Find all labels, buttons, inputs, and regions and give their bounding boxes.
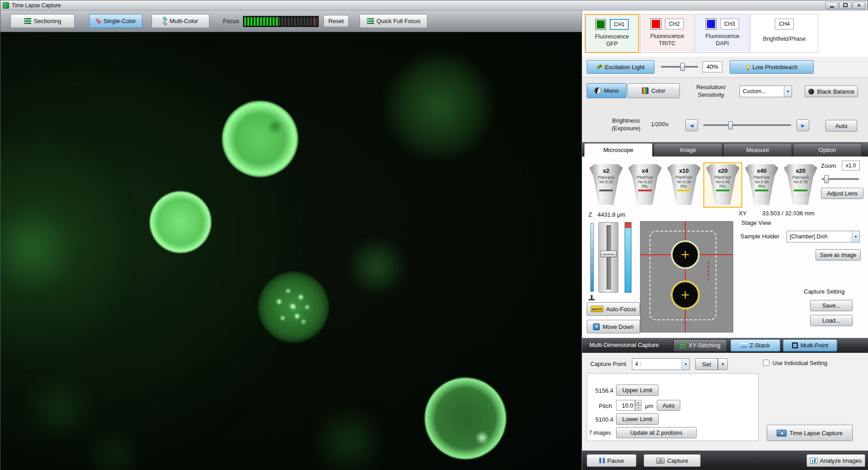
pause-button[interactable]: Pause bbox=[587, 454, 636, 467]
capture-setting-load-label: Load... bbox=[822, 317, 840, 324]
excitation-light-button[interactable]: Excitation Light bbox=[587, 60, 655, 74]
minimize-button[interactable] bbox=[825, 2, 838, 9]
ch2-type: Fluorescence bbox=[640, 33, 694, 39]
pitch-spinner[interactable]: ▲ ▼ bbox=[635, 400, 641, 411]
well-bottom[interactable] bbox=[671, 281, 699, 309]
close-button[interactable]: × bbox=[853, 2, 865, 9]
well-top[interactable] bbox=[671, 241, 699, 269]
capture-setting-save-button[interactable]: Save... bbox=[810, 300, 853, 311]
objective-na: NA 0.75 bbox=[784, 180, 817, 184]
objective-lens-icon: x4 PlanFluor NA 0.13 PhL bbox=[628, 164, 662, 205]
stage-view-map[interactable] bbox=[640, 221, 733, 332]
auto-focus-button[interactable]: AUTO Auto-Focus bbox=[587, 302, 640, 316]
channel-ch4[interactable]: CH4 Brightfield/Phase bbox=[750, 14, 818, 53]
upper-limit-button[interactable]: Upper Limit bbox=[616, 385, 659, 396]
color-label: Color bbox=[651, 87, 665, 94]
objective-x20-selected[interactable]: x20 PlanFluor NA 0.45 Ph1 bbox=[704, 163, 741, 207]
slider-track bbox=[661, 66, 698, 68]
objective-x4[interactable]: x4 PlanFluor NA 0.13 PhL bbox=[626, 163, 664, 207]
low-photobleach-button[interactable]: Low Photobleach bbox=[730, 60, 814, 74]
channel-ch3[interactable]: CH3 Fluorescence DAPI bbox=[695, 14, 749, 53]
color-button[interactable]: Color bbox=[627, 83, 680, 98]
fluorescent-cell-faint bbox=[310, 403, 387, 470]
ch1-color-swatch bbox=[595, 19, 606, 30]
multi-color-label: Multi-Color bbox=[170, 18, 198, 24]
analyze-images-label: Analyze Images bbox=[820, 457, 862, 464]
set-dropdown-button[interactable]: ▼ bbox=[718, 358, 728, 370]
xy-label: XY bbox=[739, 210, 746, 217]
lower-limit-button[interactable]: Lower Limit bbox=[616, 413, 659, 425]
multi-point-button[interactable]: Multi-Point bbox=[783, 339, 837, 351]
move-down-button[interactable]: ▼ Move Down bbox=[587, 320, 640, 333]
capture-setting-load-button[interactable]: Load... bbox=[810, 315, 853, 326]
tab-measure[interactable]: Measure bbox=[723, 143, 792, 157]
brightness-label-line1: Brightness bbox=[601, 117, 651, 125]
resolution-select[interactable]: Custom... ▼ bbox=[740, 85, 792, 97]
analyze-images-icon bbox=[810, 458, 817, 464]
excitation-intensity-slider[interactable] bbox=[660, 61, 699, 73]
pitch-auto-button[interactable]: Auto bbox=[657, 400, 680, 411]
zoom-slider[interactable] bbox=[821, 174, 860, 185]
tab-image[interactable]: Image bbox=[654, 143, 722, 157]
quick-full-focus-icon bbox=[367, 18, 374, 24]
adjust-lens-button[interactable]: Adjust Lens bbox=[821, 188, 863, 199]
spinner-up-icon[interactable]: ▲ bbox=[635, 400, 641, 405]
exposure-slider[interactable] bbox=[702, 119, 792, 131]
capture-point-select[interactable]: 4 : ▼ bbox=[632, 358, 690, 370]
mono-button[interactable]: Mono bbox=[587, 83, 626, 98]
tab-option[interactable]: Option bbox=[793, 143, 862, 157]
time-lapse-capture-button[interactable]: Time Lapse Capture bbox=[767, 425, 853, 441]
resolution-value: Custom... bbox=[740, 88, 784, 95]
analyze-images-button[interactable]: Analyze Images bbox=[806, 454, 865, 467]
quick-full-focus-button[interactable]: Quick Full Focus bbox=[360, 14, 427, 28]
objective-na: NA 0.60 bbox=[745, 180, 778, 184]
objective-mag: x4 bbox=[628, 167, 662, 174]
slider-thumb[interactable] bbox=[728, 121, 733, 129]
fluorescence-live-view bbox=[0, 32, 582, 470]
exposure-increase-button[interactable]: ▶ bbox=[797, 119, 809, 131]
z-stack-button[interactable]: Z-Stack bbox=[730, 339, 780, 351]
update-z-positions-button[interactable]: Update all Z positions bbox=[616, 427, 697, 438]
slider-thumb[interactable] bbox=[680, 63, 685, 71]
exposure-auto-button[interactable]: Auto bbox=[825, 120, 857, 132]
objective-x40[interactable]: x40 PlanFluor NA 0.60 Ph2 bbox=[743, 163, 780, 207]
sample-holder-select[interactable]: [Chamber] Dish ▼ bbox=[787, 231, 860, 242]
sectioning-button[interactable]: Sectioning bbox=[10, 14, 75, 28]
objective-x2[interactable]: x2 PlanApoλ NA 0.10 bbox=[588, 163, 625, 207]
xy-stitching-label: XY-Stitching bbox=[688, 342, 720, 349]
pitch-input[interactable] bbox=[616, 400, 635, 411]
multi-color-button[interactable]: Multi-Color bbox=[152, 14, 209, 28]
excitation-light-icon bbox=[596, 64, 602, 70]
capture-button[interactable]: Capture bbox=[644, 454, 701, 467]
channel-ch1[interactable]: CH1 Fluorescence GFP bbox=[585, 14, 639, 53]
ch3-type: Fluorescence bbox=[696, 33, 749, 39]
set-button[interactable]: Set bbox=[695, 358, 718, 370]
channel-ch2[interactable]: CH2 Fluorescence TRITC bbox=[640, 14, 694, 53]
objective-x20-075[interactable]: x20 PlanApoλ NA 0.75 bbox=[782, 163, 819, 207]
ch4-tag: CH4 bbox=[775, 19, 794, 29]
objective-ring bbox=[794, 190, 807, 191]
spinner-down-icon[interactable]: ▼ bbox=[635, 405, 641, 411]
well-marker bbox=[685, 291, 686, 299]
objective-ring bbox=[599, 190, 613, 191]
z-focus-slider[interactable] bbox=[598, 222, 618, 293]
objective-series: PlanFluor bbox=[628, 175, 662, 180]
control-panel: CH1 Fluorescence GFP CH2 Fluorescence TR… bbox=[582, 10, 868, 470]
image-count-value: 7 images bbox=[589, 430, 611, 436]
reset-button[interactable]: Reset bbox=[323, 15, 349, 27]
single-color-button[interactable]: Single-Color bbox=[89, 14, 142, 28]
objective-x10[interactable]: x10 PlanFluor NA 0.30 Ph1 bbox=[665, 163, 702, 207]
use-individual-setting-checkbox[interactable] bbox=[763, 360, 769, 366]
excitation-intensity-value[interactable] bbox=[702, 61, 722, 72]
save-as-image-button[interactable]: Save as Image bbox=[816, 249, 861, 261]
slider-thumb[interactable] bbox=[824, 175, 829, 183]
z-slider-thumb[interactable] bbox=[600, 251, 617, 257]
black-balance-button[interactable]: Black Balance bbox=[805, 85, 858, 97]
exposure-decrease-button[interactable]: ◀ bbox=[685, 119, 698, 131]
exposure-value: 1/200s bbox=[651, 121, 669, 128]
xy-stitching-button[interactable]: XY-Stitching bbox=[674, 339, 727, 351]
objective-ring bbox=[677, 190, 691, 191]
maximize-button[interactable] bbox=[839, 2, 852, 9]
tab-microscope[interactable]: Microscope bbox=[584, 143, 653, 157]
sample-holder-label: Sample Holder bbox=[740, 233, 779, 240]
